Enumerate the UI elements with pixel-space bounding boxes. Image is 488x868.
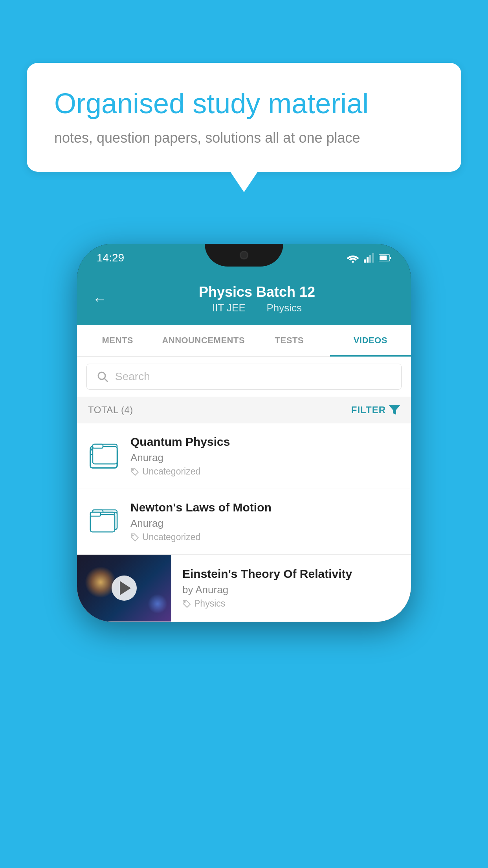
video-info: Quantum Physics Anurag Uncategorized (130, 435, 400, 477)
app-header: ← Physics Batch 12 IIT JEE Physics (77, 272, 411, 325)
wifi-icon (347, 253, 359, 263)
svg-point-16 (132, 469, 134, 470)
header-subtitle: IIT JEE Physics (119, 302, 395, 314)
svg-point-23 (132, 535, 134, 536)
video-info: Einstein's Theory Of Relativity by Anura… (182, 558, 411, 618)
filter-funnel-icon (389, 405, 400, 415)
header-title: Physics Batch 12 (119, 284, 395, 300)
video-title: Quantum Physics (130, 435, 400, 449)
svg-rect-7 (380, 256, 387, 260)
svg-rect-22 (90, 512, 101, 516)
video-title: Newton's Laws of Motion (130, 501, 400, 514)
video-tag: Physics (182, 598, 400, 609)
tab-videos[interactable]: VIDEOS (330, 325, 411, 356)
video-tag: Uncategorized (130, 532, 400, 542)
search-bar[interactable]: Search (86, 364, 402, 390)
list-item[interactable]: Einstein's Theory Of Relativity by Anura… (77, 555, 411, 622)
folder-icon (88, 504, 119, 539)
video-info: Newton's Laws of Motion Anurag Uncategor… (130, 501, 400, 542)
filter-bar: TOTAL (4) FILTER (77, 397, 411, 423)
folder-icon-svg (90, 440, 118, 472)
play-button[interactable] (112, 576, 137, 601)
status-bar: 14:29 (77, 244, 411, 272)
svg-rect-21 (90, 515, 115, 532)
header-subtitle-part2: Physics (266, 302, 302, 314)
video-author: by Anurag (182, 584, 400, 596)
list-item[interactable]: Quantum Physics Anurag Uncategorized (77, 423, 411, 489)
front-camera (240, 251, 248, 259)
battery-icon (379, 254, 391, 262)
filter-button[interactable]: FILTER (351, 405, 400, 416)
svg-rect-14 (93, 447, 117, 464)
filter-label: FILTER (351, 405, 386, 416)
tabs-bar: MENTS ANNOUNCEMENTS TESTS VIDEOS (77, 325, 411, 357)
signal-icon (364, 253, 374, 263)
speech-bubble: Organised study material notes, question… (27, 63, 461, 172)
search-bar-wrapper: Search (77, 357, 411, 397)
video-title: Einstein's Theory Of Relativity (182, 567, 400, 581)
play-triangle-icon (120, 581, 131, 595)
status-time: 14:29 (97, 252, 124, 264)
svg-rect-3 (369, 255, 371, 263)
total-count: TOTAL (4) (88, 405, 133, 416)
svg-rect-2 (367, 257, 369, 263)
speech-bubble-section: Organised study material notes, question… (27, 63, 461, 172)
svg-point-0 (352, 261, 354, 263)
header-subtitle-part1: IIT JEE (212, 302, 246, 314)
bubble-subtitle: notes, question papers, solutions all at… (54, 130, 434, 146)
search-icon (96, 370, 109, 383)
search-placeholder: Search (115, 370, 150, 383)
tab-tests[interactable]: TESTS (249, 325, 330, 356)
tag-icon (130, 467, 139, 476)
svg-rect-15 (93, 444, 103, 448)
svg-point-24 (184, 601, 185, 602)
bubble-title: Organised study material (54, 86, 434, 120)
status-icons (347, 253, 391, 263)
video-author: Anurag (130, 452, 400, 464)
video-tag: Uncategorized (130, 466, 400, 477)
tag-icon (130, 533, 139, 542)
video-list: Quantum Physics Anurag Uncategorized (77, 423, 411, 622)
tag-icon (182, 600, 191, 608)
tab-announcements[interactable]: ANNOUNCEMENTS (158, 325, 249, 356)
svg-point-8 (98, 372, 105, 379)
video-author: Anurag (130, 517, 400, 530)
folder-icon (88, 438, 119, 474)
svg-rect-1 (364, 259, 366, 263)
notch (205, 244, 283, 267)
svg-rect-6 (390, 257, 391, 259)
tab-ments[interactable]: MENTS (77, 325, 158, 356)
svg-line-9 (105, 379, 108, 382)
video-thumbnail (77, 555, 171, 622)
header-subtitle-sep (255, 302, 257, 314)
phone-inner: 14:29 (77, 244, 411, 622)
phone-frame: 14:29 (77, 244, 411, 622)
phone-wrapper: 14:29 (77, 244, 411, 622)
list-item[interactable]: Newton's Laws of Motion Anurag Uncategor… (77, 489, 411, 555)
folder-icon-svg (90, 506, 118, 537)
back-button[interactable]: ← (93, 291, 107, 307)
header-title-group: Physics Batch 12 IIT JEE Physics (119, 284, 395, 314)
svg-rect-4 (372, 253, 374, 263)
